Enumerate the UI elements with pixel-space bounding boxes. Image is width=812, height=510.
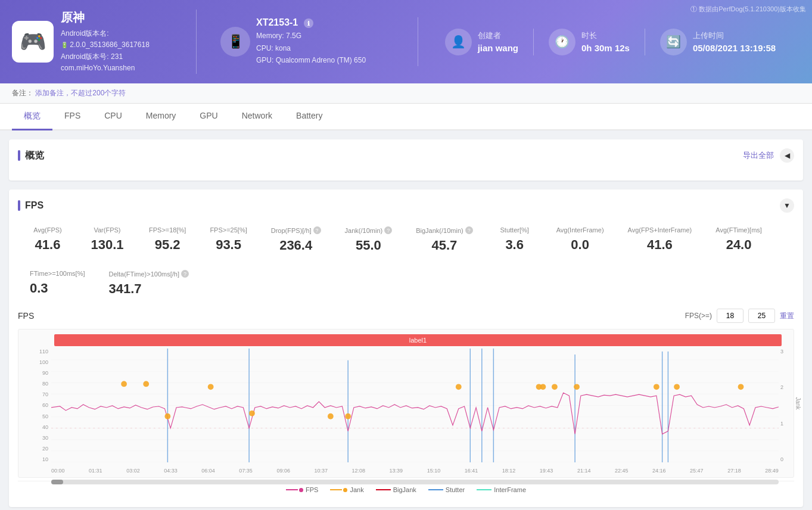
stat-delta-ftime: Delta(FTime)>100ms[/h] ? 341.7	[97, 267, 201, 300]
creator-info: 创建者 jian wang	[478, 30, 518, 53]
overview-collapse-button[interactable]: ◀	[780, 148, 794, 163]
stat-avg-fps: Avg(FPS) 41.6	[18, 222, 77, 258]
legend-bigjank: BigJank	[376, 486, 416, 493]
stat-drop-fps: Drop(FPS)[/h] ? 236.4	[259, 222, 333, 258]
app-avatar: 🎮	[12, 21, 54, 63]
fps-chart-header: FPS FPS(>=) 重置	[18, 309, 794, 323]
legend-stutter: Stutter	[428, 486, 465, 493]
svg-point-25	[328, 413, 334, 419]
upload-info: 上传时间 05/08/2021 13:19:58	[693, 30, 776, 53]
tab-fps[interactable]: FPS	[52, 104, 92, 130]
device-specs: Memory: 7.5G CPU: kona GPU: Qualcomm Adr…	[256, 30, 366, 66]
notes-bar: 备注： 添加备注，不超过200个字符	[0, 83, 812, 104]
fps-stats-row2: FTime>=100ms[%] 0.3 Delta(FTime)>100ms[/…	[18, 267, 794, 300]
svg-point-24	[249, 411, 255, 416]
fps-title: FPS	[18, 200, 43, 211]
jank-label: Jank	[795, 397, 801, 409]
overview-section: 概览 导出全部 ◀	[9, 139, 803, 181]
notes-link[interactable]: 添加备注，不超过200个字符	[35, 89, 126, 97]
stat-bigjank: BigJank(/10min) ? 45.7	[404, 222, 484, 258]
device-icon: 📱	[220, 27, 250, 57]
delta-ftime-help-icon[interactable]: ?	[181, 270, 189, 278]
svg-point-30	[552, 384, 558, 390]
overview-title: 概览	[18, 150, 44, 162]
stat-var-fps: Var(FPS) 130.1	[77, 222, 137, 258]
svg-point-31	[574, 384, 580, 390]
y-axis-right: 3210	[779, 349, 794, 462]
y-axis-left: 110100908070605040302010	[18, 349, 51, 462]
meta-creator: 👤 创建者 jian wang	[430, 29, 534, 55]
chart-scrollbar[interactable]	[51, 480, 779, 484]
header: ① 数据由PerfDog(5.1.210300)版本收集 🎮 原神 Androi…	[0, 0, 812, 83]
app-details: 原神 Android版本名: 🔋 2.0.0_3513686_3617618 A…	[61, 10, 150, 74]
fps-collapse-button[interactable]: ▼	[780, 198, 794, 213]
version-badge: ① 数据由PerfDog(5.1.210300)版本收集	[690, 5, 806, 14]
app-detail-text: Android版本名: 🔋 2.0.0_3513686_3617618 Andr…	[61, 28, 150, 74]
duration-icon: 🕐	[549, 29, 575, 55]
chart-svg	[51, 349, 779, 462]
device-info: XT2153-1 ℹ Memory: 7.5G CPU: kona GPU: Q…	[256, 17, 366, 67]
fps-reset-button[interactable]: 重置	[780, 311, 794, 321]
tab-memory[interactable]: Memory	[134, 104, 188, 130]
fps-header: FPS ▼	[18, 198, 794, 213]
tab-network[interactable]: Network	[230, 104, 284, 130]
jank-help-icon[interactable]: ?	[384, 226, 392, 234]
drop-fps-help-icon[interactable]: ?	[313, 226, 321, 234]
scrollbar-thumb[interactable]	[51, 480, 63, 484]
svg-point-20	[121, 381, 127, 387]
fps-stats-grid: Avg(FPS) 41.6 Var(FPS) 130.1 FPS>=18[%] …	[18, 222, 794, 258]
export-all-button[interactable]: 导出全部	[743, 150, 774, 161]
svg-point-29	[540, 384, 546, 390]
chart-label-band: label1	[54, 334, 782, 346]
stat-avg-interframe: Avg(InterFrame) 0.0	[545, 222, 616, 258]
bigjank-help-icon[interactable]: ?	[465, 226, 473, 234]
duration-info: 时长 0h 30m 12s	[581, 30, 630, 53]
svg-point-23	[208, 384, 214, 390]
svg-point-32	[654, 384, 659, 390]
meta-sections: 👤 创建者 jian wang 🕐 时长 0h 30m 12s 🔄 上传时间	[430, 29, 800, 55]
svg-point-34	[738, 384, 744, 390]
fps-chart: label1 110100908070605040302010 3210 Jan…	[18, 329, 794, 478]
tab-cpu[interactable]: CPU	[92, 104, 134, 130]
tabs-bar: 概览 FPS CPU Memory GPU Network Battery	[0, 104, 812, 130]
creator-icon: 👤	[445, 29, 472, 55]
fps-threshold-input-1[interactable]	[717, 309, 743, 323]
tab-battery[interactable]: Battery	[284, 104, 334, 130]
stat-stutter: Stutter[%] 3.6	[485, 222, 545, 258]
stat-fps-gte25: FPS>=25[%] 93.5	[198, 222, 259, 258]
meta-duration: 🕐 时长 0h 30m 12s	[534, 29, 645, 55]
svg-point-26	[345, 413, 351, 419]
overview-header: 概览 导出全部 ◀	[18, 148, 794, 163]
stat-avg-ftime: Avg(FTime)[ms] 24.0	[704, 222, 774, 258]
legend-fps: FPS	[286, 486, 318, 493]
app-info: 🎮 原神 Android版本名: 🔋 2.0.0_3513686_3617618…	[12, 10, 197, 74]
app-name: 原神	[61, 10, 150, 26]
meta-upload-time: 🔄 上传时间 05/08/2021 13:19:58	[645, 29, 791, 55]
fps-threshold-input-2[interactable]	[748, 309, 775, 323]
tab-overview[interactable]: 概览	[12, 104, 52, 130]
svg-point-22	[164, 413, 170, 419]
device-info-icon[interactable]: ℹ	[304, 18, 313, 28]
stat-ftime-gte100: FTime>=100ms[%] 0.3	[18, 267, 97, 300]
device-name: XT2153-1 ℹ	[256, 17, 366, 29]
fps-controls: FPS(>=) 重置	[685, 309, 794, 323]
stat-fps-gte18: FPS>=18[%] 95.2	[137, 222, 198, 258]
fps-chart-section: FPS FPS(>=) 重置 label1 110100908070605040…	[18, 309, 794, 498]
svg-point-27	[456, 384, 462, 390]
upload-icon: 🔄	[660, 29, 687, 55]
legend-interframe: InterFrame	[477, 486, 526, 493]
tab-gpu[interactable]: GPU	[188, 104, 229, 130]
stat-jank: Jank(/10min) ? 55.0	[333, 222, 405, 258]
x-axis-labels: 00:0001:3103:0204:3306:0407:3509:0610:37…	[51, 464, 779, 477]
svg-point-33	[674, 384, 680, 390]
main-content: 概览 导出全部 ◀ FPS ▼ Avg(FPS) 41.6 Var(FPS) 1…	[0, 130, 812, 510]
fps-chart-title: FPS	[18, 311, 34, 321]
svg-point-21	[143, 381, 149, 387]
fps-section: FPS ▼ Avg(FPS) 41.6 Var(FPS) 130.1 FPS>=…	[9, 189, 803, 507]
legend-jank: Jank	[330, 486, 363, 493]
device-section: 📱 XT2153-1 ℹ Memory: 7.5G CPU: kona GPU:…	[209, 17, 418, 67]
stat-avg-fps-interframe: Avg(FPS+InterFrame) 41.6	[616, 222, 704, 258]
